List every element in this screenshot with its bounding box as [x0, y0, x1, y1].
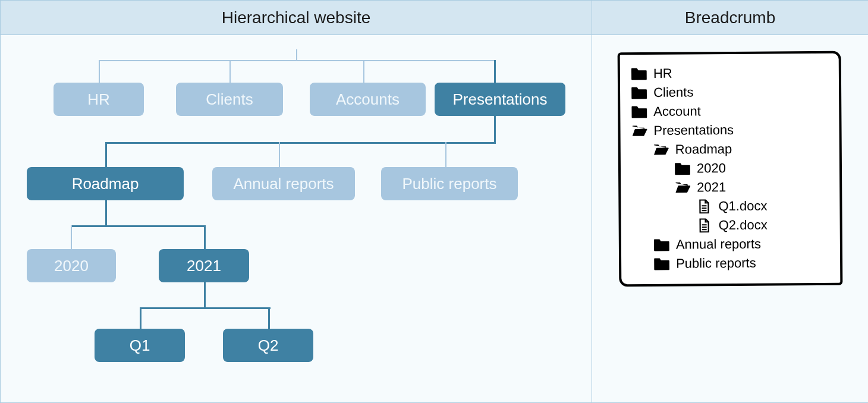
folder-closed-icon: [631, 86, 647, 100]
breadcrumb-title: Breadcrumb: [592, 1, 868, 35]
bc-label: Account: [653, 103, 701, 119]
node-q1[interactable]: Q1: [95, 329, 185, 362]
folder-closed-icon: [653, 257, 670, 271]
bc-label: Presentations: [653, 122, 734, 138]
diagram-container: Hierarchical website HR Clients Accounts…: [0, 0, 868, 403]
bc-label: 2020: [697, 160, 726, 176]
breadcrumb-panel: Breadcrumb HR Clients Account Present: [592, 1, 868, 402]
folder-closed-icon: [631, 67, 647, 81]
folder-open-icon: [653, 143, 669, 157]
node-accounts[interactable]: Accounts: [310, 83, 426, 116]
node-public-reports[interactable]: Public reports: [381, 167, 518, 200]
node-2020[interactable]: 2020: [27, 249, 116, 282]
bc-item-clients[interactable]: Clients: [631, 82, 828, 102]
breadcrumb-box: HR Clients Account Presentations Roadmap: [618, 51, 843, 287]
bc-label: Annual reports: [676, 237, 761, 253]
bc-label: Roadmap: [675, 141, 732, 158]
hierarchical-panel: Hierarchical website HR Clients Accounts…: [1, 1, 592, 402]
node-presentations[interactable]: Presentations: [435, 83, 565, 116]
bc-item-q2[interactable]: Q2.docx: [632, 215, 829, 235]
bc-item-annual[interactable]: Annual reports: [632, 234, 829, 254]
bc-label: Q2.docx: [719, 218, 768, 234]
document-icon: [696, 199, 712, 213]
folder-open-icon: [631, 124, 647, 138]
bc-item-2021[interactable]: 2021: [631, 177, 829, 197]
bc-item-hr[interactable]: HR: [631, 63, 828, 83]
node-annual-reports[interactable]: Annual reports: [212, 167, 355, 200]
bc-label: Public reports: [676, 256, 756, 272]
folder-closed-icon: [674, 161, 691, 175]
bc-label: Q1.docx: [718, 199, 767, 215]
bc-item-presentations[interactable]: Presentations: [631, 120, 828, 140]
bc-label: HR: [653, 66, 672, 81]
document-icon: [696, 218, 713, 232]
node-roadmap[interactable]: Roadmap: [27, 167, 184, 200]
bc-item-public[interactable]: Public reports: [632, 253, 829, 273]
bc-item-2020[interactable]: 2020: [631, 158, 829, 178]
bc-item-q1[interactable]: Q1.docx: [631, 196, 829, 216]
hierarchical-title: Hierarchical website: [1, 1, 592, 35]
bc-label: 2021: [697, 180, 726, 195]
tree-canvas: HR Clients Accounts Presentations Roadma…: [1, 35, 592, 402]
bc-item-roadmap[interactable]: Roadmap: [631, 139, 829, 159]
folder-open-icon: [674, 180, 691, 194]
folder-closed-icon: [631, 105, 647, 119]
node-hr[interactable]: HR: [54, 83, 144, 116]
node-q2[interactable]: Q2: [223, 329, 313, 362]
node-clients[interactable]: Clients: [176, 83, 283, 116]
bc-item-account[interactable]: Account: [631, 101, 828, 121]
folder-closed-icon: [653, 238, 670, 252]
node-2021[interactable]: 2021: [159, 249, 249, 282]
bc-label: Clients: [653, 84, 693, 100]
